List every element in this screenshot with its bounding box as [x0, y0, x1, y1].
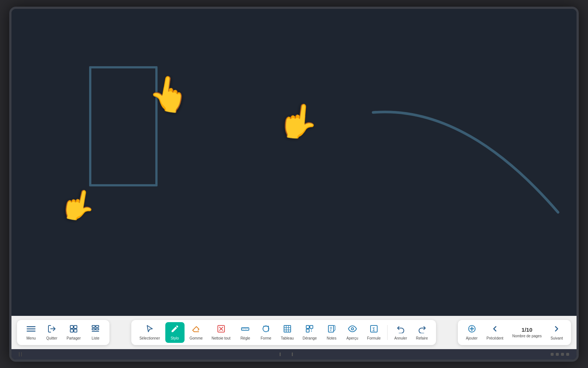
regle-icon	[241, 324, 250, 335]
ajouter-label: Ajouter	[466, 336, 478, 340]
partager-label: Partager	[67, 336, 81, 340]
nombre-de-pages-label: Nombre de pages	[512, 334, 542, 338]
nettoie-tout-button[interactable]: Nettoie tout	[208, 322, 234, 343]
annuler-button[interactable]: Annuler	[391, 322, 410, 343]
bezel-dot-1	[551, 353, 554, 356]
svg-rect-0	[27, 326, 36, 327]
annuler-label: Annuler	[394, 336, 407, 340]
stylo-icon	[170, 324, 179, 335]
precedent-label: Précédent	[487, 336, 504, 340]
page-count-value: 1/10	[521, 327, 532, 332]
gomme-icon	[192, 324, 200, 335]
formule-icon: ∑	[369, 324, 378, 335]
forme-button[interactable]: Forme	[256, 322, 276, 343]
partager-icon	[69, 324, 78, 335]
partager-button[interactable]: Partager	[63, 322, 84, 343]
toolbar-divider	[387, 325, 388, 340]
ajouter-icon	[467, 324, 476, 335]
bezel-dot-2	[556, 353, 559, 356]
gomme-button[interactable]: Gomme	[186, 322, 207, 343]
regle-label: Règle	[240, 336, 250, 340]
svg-rect-30	[306, 329, 309, 332]
svg-rect-23	[284, 325, 291, 332]
formule-label: Formule	[367, 336, 381, 340]
drawing-rectangle	[89, 66, 158, 186]
tableau-label: Tableau	[281, 336, 294, 340]
apercu-icon	[348, 324, 357, 335]
forme-icon	[261, 324, 270, 335]
svg-rect-9	[96, 325, 99, 327]
forme-label: Forme	[261, 336, 271, 340]
suivant-button[interactable]: Suivant	[547, 322, 567, 343]
hand-cursor-2: 👆	[146, 74, 192, 114]
suivant-label: Suivant	[551, 336, 563, 340]
annuler-icon	[396, 324, 405, 335]
refaire-label: Refaire	[416, 336, 428, 340]
derange-icon	[305, 324, 314, 335]
left-toolbar-group: Menu Quitter Partager Liste	[17, 320, 109, 345]
selectionner-label: Sélectionner	[139, 336, 160, 340]
page-count-display: 1/10 Nombre de pages	[508, 322, 545, 343]
monitor: 👆 👆 👆 Menu Quitter	[9, 7, 579, 362]
precedent-button[interactable]: Précédent	[483, 322, 507, 343]
notes-button[interactable]: Notes	[322, 322, 341, 343]
quitter-icon	[47, 324, 56, 335]
right-toolbar-group: Ajouter Précédent 1/10 Nombre de pages S…	[458, 320, 571, 345]
apercu-label: Aperçu	[347, 336, 358, 340]
selectionner-icon	[145, 324, 154, 335]
menu-label: Menu	[26, 336, 36, 340]
svg-rect-17	[241, 328, 249, 330]
svg-rect-8	[92, 325, 95, 327]
gomme-label: Gomme	[190, 336, 203, 340]
formule-button[interactable]: ∑ Formule	[364, 322, 385, 343]
suivant-icon	[552, 324, 561, 335]
svg-rect-11	[96, 328, 99, 330]
liste-button[interactable]: Liste	[86, 322, 105, 343]
derange-button[interactable]: Dérange	[299, 322, 320, 343]
svg-rect-6	[70, 329, 73, 332]
notes-icon	[327, 324, 336, 335]
bezel-dot-4	[566, 353, 569, 356]
svg-rect-4	[70, 325, 73, 328]
tableau-button[interactable]: Tableau	[277, 322, 297, 343]
tableau-icon	[283, 324, 292, 335]
precedent-icon	[490, 324, 499, 335]
menu-button[interactable]: Menu	[21, 322, 41, 343]
main-toolbar-group: Sélectionner Stylo Gomme	[131, 320, 436, 345]
svg-rect-28	[306, 325, 309, 328]
bezel-dot-3	[561, 353, 564, 356]
svg-rect-1	[27, 328, 36, 330]
selectionner-button[interactable]: Sélectionner	[136, 322, 164, 343]
svg-rect-29	[310, 325, 313, 328]
regle-button[interactable]: Règle	[236, 322, 255, 343]
drawing-curve	[355, 83, 577, 231]
bezel-left-lines	[19, 352, 22, 357]
menu-icon	[27, 324, 36, 335]
liste-label: Liste	[92, 336, 99, 340]
svg-rect-2	[27, 331, 36, 332]
refaire-button[interactable]: Refaire	[412, 322, 432, 343]
bottom-toolbar: Menu Quitter Partager Liste	[11, 316, 577, 349]
derange-label: Dérange	[303, 336, 317, 340]
ajouter-button[interactable]: Ajouter	[462, 322, 481, 343]
liste-icon	[91, 324, 100, 335]
hand-cursor-3: 👆	[276, 102, 320, 139]
svg-point-35	[351, 328, 354, 330]
canvas-area[interactable]: 👆 👆 👆	[11, 9, 577, 316]
refaire-icon	[418, 324, 426, 335]
quitter-label: Quitter	[46, 336, 57, 340]
apercu-button[interactable]: Aperçu	[343, 322, 362, 343]
bezel-right-controls	[551, 353, 569, 356]
svg-point-22	[263, 326, 269, 332]
stylo-label: Stylo	[170, 336, 179, 340]
svg-rect-10	[92, 328, 95, 330]
bezel-center-mark-2	[292, 352, 293, 356]
monitor-bezel	[11, 349, 577, 359]
quitter-button[interactable]: Quitter	[42, 322, 61, 343]
nettoie-tout-label: Nettoie tout	[212, 336, 230, 340]
bezel-center-mark-1	[280, 352, 281, 356]
stylo-button[interactable]: Stylo	[165, 322, 185, 343]
nettoie-tout-icon	[217, 324, 226, 335]
svg-rect-7	[74, 329, 77, 332]
notes-label: Notes	[327, 336, 337, 340]
